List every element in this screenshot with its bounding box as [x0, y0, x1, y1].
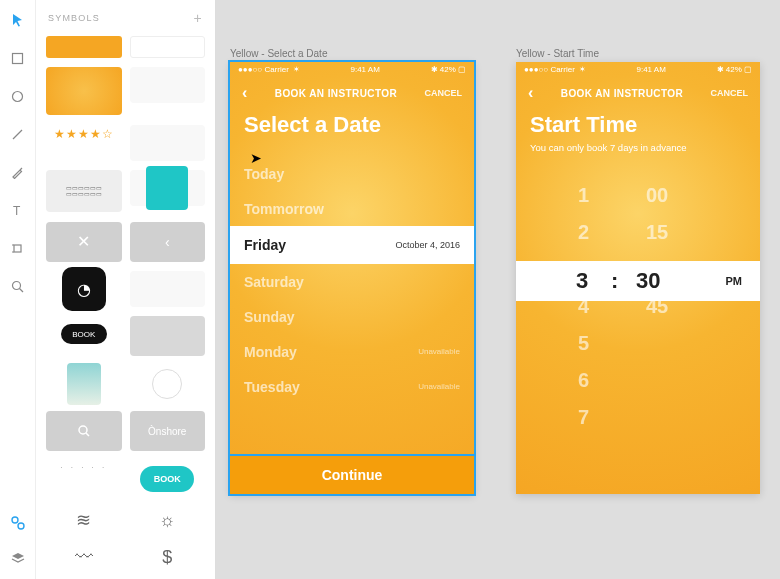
- back-icon[interactable]: ‹: [242, 84, 247, 102]
- pen-tool[interactable]: [8, 162, 28, 182]
- symbol-book-teal: BOOK: [140, 466, 194, 492]
- svg-line-2: [13, 130, 22, 139]
- date-list: TodayTommorrowFridayOctober 4, 2016Satur…: [230, 142, 474, 404]
- zoom-tool[interactable]: [8, 276, 28, 296]
- date-day: Tommorrow: [244, 201, 324, 217]
- select-tool[interactable]: [8, 10, 28, 30]
- symbol-photo: [67, 363, 101, 405]
- status-bar: ●●●○○ Carrier✶ 9:41 AM ✱ 42% ▢: [230, 62, 474, 76]
- symbol-blank3[interactable]: [130, 271, 206, 307]
- symbols-header: SYMBOLS +: [36, 0, 215, 36]
- date-row[interactable]: MondayUnavailable: [230, 334, 474, 369]
- date-row[interactable]: Today: [230, 156, 474, 191]
- rectangle-tool[interactable]: [8, 48, 28, 68]
- artboard1-label[interactable]: Yellow - Select a Date: [230, 48, 327, 59]
- back-icon[interactable]: ‹: [528, 84, 533, 102]
- left-toolbar: T: [0, 0, 36, 579]
- time-picker[interactable]: 1234567 00153045 3 : 30 PM: [516, 173, 760, 493]
- symbol-book-pill-wrap[interactable]: BOOK: [46, 316, 122, 352]
- symbols-title: SYMBOLS: [48, 13, 100, 23]
- svg-text:T: T: [13, 204, 21, 217]
- svg-point-9: [12, 517, 18, 523]
- date-detail: Unavailable: [418, 382, 460, 391]
- design-canvas[interactable]: Yellow - Select a Date ●●●○○ Carrier✶ 9:…: [216, 0, 780, 579]
- continue-button[interactable]: Continue: [230, 456, 474, 494]
- symbol-book-pill: BOOK: [61, 324, 107, 344]
- symbol-drop-wrap[interactable]: ◔: [46, 271, 122, 307]
- colon: :: [611, 268, 618, 294]
- symbol-orange-sun[interactable]: [46, 67, 122, 115]
- status-battery: ✱ 42% ▢: [717, 65, 752, 74]
- symbols-tab-icon[interactable]: [8, 513, 28, 533]
- minutes-column[interactable]: 00153045: [646, 173, 668, 493]
- picker-selected-row: 3 : 30 PM: [516, 261, 760, 301]
- symbol-dots[interactable]: · · · · ·: [46, 461, 122, 475]
- symbol-wind-icon[interactable]: ≋: [46, 506, 122, 534]
- symbol-circle-wrap[interactable]: [130, 366, 206, 402]
- ellipse-tool[interactable]: [8, 86, 28, 106]
- symbol-photo-wrap[interactable]: [46, 366, 122, 402]
- symbol-blank[interactable]: [130, 67, 206, 103]
- selected-minute: 30: [636, 268, 660, 294]
- add-symbol-icon[interactable]: +: [194, 10, 203, 26]
- date-row[interactable]: Sunday: [230, 299, 474, 334]
- date-row[interactable]: Saturday: [230, 264, 474, 299]
- wifi-icon: ✶: [579, 65, 586, 74]
- layers-tab-icon[interactable]: [8, 549, 28, 569]
- hour-option[interactable]: 5: [578, 329, 589, 357]
- date-row[interactable]: TuesdayUnavailable: [230, 369, 474, 404]
- date-day: Friday: [244, 237, 286, 253]
- date-day: Sunday: [244, 309, 295, 325]
- nav-bar: ‹ BOOK AN INSTRUCTOR CANCEL: [516, 76, 760, 106]
- text-tool[interactable]: T: [8, 200, 28, 220]
- svg-point-11: [79, 426, 87, 434]
- hours-column[interactable]: 1234567: [578, 173, 589, 493]
- hour-option[interactable]: 1: [578, 181, 589, 209]
- status-carrier: ●●●○○ Carrier: [524, 65, 575, 74]
- hour-option[interactable]: 6: [578, 366, 589, 394]
- screen-title: Start Time: [516, 106, 760, 142]
- symbol-drop-icon: ◔: [62, 267, 106, 311]
- symbol-gray-blank[interactable]: [130, 316, 206, 356]
- date-row[interactable]: Tommorrow: [230, 191, 474, 226]
- symbol-orange-bar[interactable]: [46, 36, 122, 58]
- selected-ampm[interactable]: PM: [726, 275, 743, 287]
- date-day: Monday: [244, 344, 297, 360]
- hour-option[interactable]: 2: [578, 218, 589, 246]
- symbol-sun-icon[interactable]: ☼: [130, 506, 206, 534]
- symbol-back[interactable]: ‹: [130, 222, 206, 262]
- subtitle: You can only book 7 days in advance: [516, 142, 760, 165]
- svg-line-12: [86, 433, 89, 436]
- selected-hour: 3: [576, 268, 588, 294]
- symbol-teal-wrap[interactable]: [130, 170, 206, 206]
- symbol-white-card[interactable]: [130, 36, 206, 58]
- minute-option[interactable]: 00: [646, 181, 668, 209]
- symbol-keyboard[interactable]: ▭▭▭▭▭▭▭▭▭▭▭▭: [46, 170, 122, 212]
- artboard2-label[interactable]: Yellow - Start Time: [516, 48, 599, 59]
- artboard-tool[interactable]: [8, 238, 28, 258]
- svg-rect-0: [13, 53, 23, 63]
- minute-option[interactable]: 15: [646, 218, 668, 246]
- symbol-wave-icon[interactable]: 〰: [46, 544, 122, 572]
- symbol-dollar-icon[interactable]: $: [130, 544, 206, 572]
- artboard-select-date[interactable]: ●●●○○ Carrier✶ 9:41 AM ✱ 42% ▢ ‹ BOOK AN…: [230, 62, 474, 494]
- symbol-teal: [146, 166, 188, 210]
- date-day: Today: [244, 166, 284, 182]
- date-detail: October 4, 2016: [395, 240, 460, 250]
- date-row[interactable]: FridayOctober 4, 2016: [230, 226, 474, 264]
- cancel-button[interactable]: CANCEL: [711, 88, 749, 98]
- hour-option[interactable]: 7: [578, 403, 589, 431]
- nav-bar: ‹ BOOK AN INSTRUCTOR CANCEL: [230, 76, 474, 106]
- symbol-stars[interactable]: ★★★★☆: [46, 125, 122, 143]
- line-tool[interactable]: [8, 124, 28, 144]
- artboard-start-time[interactable]: ●●●○○ Carrier✶ 9:41 AM ✱ 42% ▢ ‹ BOOK AN…: [516, 62, 760, 494]
- cancel-button[interactable]: CANCEL: [425, 88, 463, 98]
- symbol-book-teal-wrap[interactable]: BOOK: [130, 461, 206, 497]
- svg-point-10: [18, 523, 24, 529]
- symbol-onshore[interactable]: Ònshore: [130, 411, 206, 451]
- symbols-grid: ★★★★☆ ▭▭▭▭▭▭▭▭▭▭▭▭ ✕ ‹ ◔ BOOK Ònshore · …: [36, 36, 215, 579]
- symbol-close[interactable]: ✕: [46, 222, 122, 262]
- symbol-search[interactable]: [46, 411, 122, 451]
- svg-line-8: [20, 288, 24, 292]
- symbol-blank2[interactable]: [130, 125, 206, 161]
